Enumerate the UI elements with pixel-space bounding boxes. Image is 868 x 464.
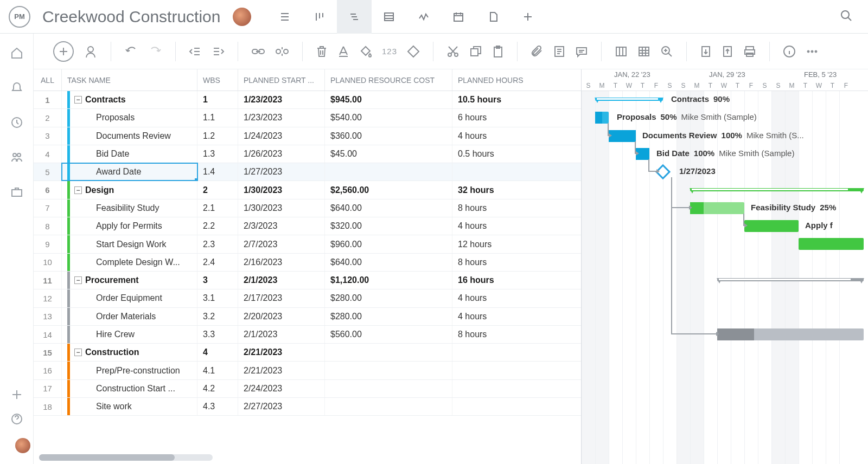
cost-cell[interactable] (325, 362, 452, 379)
start-cell[interactable]: 1/26/2023 (238, 145, 325, 163)
start-cell[interactable]: 2/3/2023 (238, 217, 325, 235)
start-cell[interactable]: 1/24/2023 (238, 127, 325, 145)
row-number[interactable]: 5 (34, 163, 62, 181)
hours-cell[interactable]: 12 hours (452, 235, 534, 253)
cost-cell[interactable]: $320.00 (325, 217, 452, 235)
import-icon[interactable] (700, 45, 712, 58)
table-row[interactable]: 2Proposals1.11/23/2023$540.006 hours (34, 109, 581, 127)
task-name-cell[interactable]: −Contracts (62, 91, 197, 108)
row-number[interactable]: 17 (34, 380, 62, 397)
columns-icon[interactable] (615, 45, 628, 58)
hours-cell[interactable]: 4 hours (452, 289, 534, 307)
start-cell[interactable]: 2/27/2023 (238, 398, 325, 415)
more-icon[interactable] (806, 45, 819, 58)
table-row[interactable]: 10Complete Design W...2.42/16/2023$640.0… (34, 254, 581, 272)
gantt-task-bar[interactable] (744, 220, 799, 232)
table-row[interactable]: 11−Procurement32/1/2023$1,120.0016 hours (34, 272, 581, 289)
row-number[interactable]: 2 (34, 109, 62, 126)
table-row[interactable]: 16Prep/Pre-construction4.12/21/2023 (34, 362, 581, 379)
wbs-cell[interactable]: 1.2 (197, 127, 238, 145)
row-number[interactable]: 11 (34, 272, 62, 289)
table-row[interactable]: 8Apply for Permits2.22/3/2023$320.004 ho… (34, 217, 581, 235)
outdent-icon[interactable] (189, 45, 202, 58)
start-cell[interactable]: 1/23/2023 (238, 109, 325, 126)
view-add-icon[interactable] (510, 0, 545, 34)
collapse-icon[interactable]: − (74, 96, 82, 104)
cost-cell[interactable]: $45.00 (325, 145, 452, 163)
col-wbs[interactable]: WBS (197, 69, 238, 91)
row-number[interactable]: 4 (34, 145, 62, 163)
view-gantt-icon[interactable] (337, 0, 372, 34)
app-logo[interactable]: PM (9, 6, 30, 28)
cost-cell[interactable]: $640.00 (325, 254, 452, 271)
task-name-cell[interactable]: Construction Start ... (62, 380, 197, 397)
cost-cell[interactable]: $945.00 (325, 91, 452, 108)
gantt-task-bar[interactable] (799, 238, 864, 250)
hours-cell[interactable]: 4 hours (452, 308, 534, 325)
hours-cell[interactable]: 8 hours (452, 254, 534, 271)
link-icon[interactable] (251, 46, 265, 57)
start-cell[interactable]: 1/27/2023 (238, 163, 325, 181)
start-cell[interactable]: 1/30/2023 (238, 181, 325, 198)
assign-icon[interactable] (84, 44, 98, 59)
cost-cell[interactable] (325, 380, 452, 397)
indent-icon[interactable] (212, 45, 225, 58)
row-number[interactable]: 9 (34, 235, 62, 253)
start-cell[interactable]: 2/24/2023 (238, 380, 325, 397)
milestone-diamond-icon[interactable] (407, 45, 420, 58)
hours-cell[interactable]: 16 hours (452, 272, 534, 289)
table-row[interactable]: 6−Design21/30/2023$2,560.0032 hours (34, 181, 581, 199)
table-row[interactable]: 18Site work4.32/27/2023 (34, 398, 581, 416)
wbs-cell[interactable]: 1.1 (197, 109, 238, 126)
start-cell[interactable]: 2/20/2023 (238, 308, 325, 325)
cost-cell[interactable] (325, 398, 452, 415)
print-icon[interactable] (743, 45, 756, 58)
horizontal-scrollbar[interactable] (39, 454, 213, 461)
table-row[interactable]: 1−Contracts11/23/2023$945.0010.5 hours (34, 91, 581, 109)
hours-cell[interactable] (452, 344, 534, 361)
task-name-cell[interactable]: −Procurement (62, 272, 197, 289)
notes-icon[interactable] (553, 45, 565, 58)
task-name-cell[interactable]: Award Date (62, 163, 197, 181)
start-cell[interactable]: 2/17/2023 (238, 289, 325, 307)
row-number[interactable]: 13 (34, 308, 62, 325)
user-avatar[interactable] (15, 438, 30, 453)
hours-cell[interactable]: 10.5 hours (452, 91, 534, 108)
view-file-icon[interactable] (476, 0, 510, 34)
cost-cell[interactable]: $640.00 (325, 199, 452, 217)
task-name-cell[interactable]: −Construction (62, 344, 197, 361)
row-number[interactable]: 10 (34, 254, 62, 271)
wbs-cell[interactable]: 2.3 (197, 235, 238, 253)
col-planned-hours[interactable]: PLANNED HOURS (452, 69, 534, 91)
add-task-icon[interactable] (53, 41, 74, 62)
cost-cell[interactable]: $540.00 (325, 109, 452, 126)
home-icon[interactable] (10, 47, 23, 62)
attach-icon[interactable] (531, 45, 544, 58)
start-cell[interactable]: 2/21/2023 (238, 362, 325, 379)
trash-icon[interactable] (316, 45, 328, 58)
start-cell[interactable]: 2/21/2023 (238, 344, 325, 361)
cost-cell[interactable] (325, 163, 452, 181)
copy-icon[interactable] (469, 45, 482, 58)
wbs-cell[interactable]: 3.2 (197, 308, 238, 325)
redo-icon[interactable] (148, 44, 162, 59)
hours-cell[interactable]: 4 hours (452, 127, 534, 145)
cost-cell[interactable]: $360.00 (325, 127, 452, 145)
auto-number-icon[interactable]: 123 (382, 47, 397, 56)
bell-icon[interactable] (10, 81, 23, 96)
wbs-cell[interactable]: 1.4 (197, 163, 238, 181)
wbs-cell[interactable]: 1 (197, 91, 238, 108)
hours-cell[interactable]: 6 hours (452, 109, 534, 126)
hours-cell[interactable]: 4 hours (452, 217, 534, 235)
col-task-name[interactable]: TASK NAME (62, 69, 197, 91)
start-cell[interactable]: 2/7/2023 (238, 235, 325, 253)
collapse-icon[interactable]: − (74, 349, 82, 356)
hours-cell[interactable]: 8 hours (452, 199, 534, 217)
search-icon[interactable] (840, 9, 853, 24)
start-cell[interactable]: 2/1/2023 (238, 326, 325, 343)
table-row[interactable]: 4Bid Date1.31/26/2023$45.000.5 hours (34, 145, 581, 163)
gantt-task-bar[interactable] (595, 112, 609, 124)
cost-cell[interactable]: $2,560.00 (325, 181, 452, 198)
wbs-cell[interactable]: 2 (197, 181, 238, 198)
view-sheet-icon[interactable] (372, 0, 406, 34)
